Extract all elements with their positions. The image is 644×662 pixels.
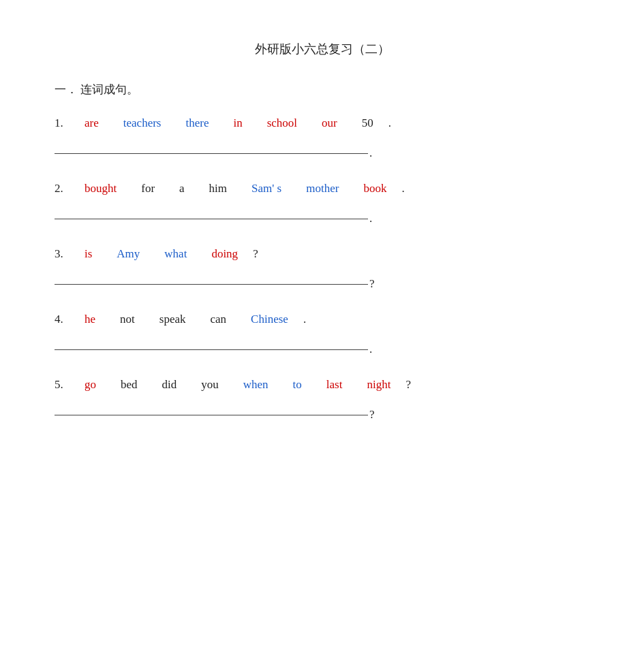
- word-1-1: teachers: [111, 116, 174, 130]
- word-4-4: Chinese: [239, 313, 301, 326]
- word-1-7: .: [386, 116, 394, 130]
- answer-punct-2: .: [369, 212, 372, 225]
- word-1-4: school: [255, 116, 309, 130]
- word-5-4: when: [231, 378, 281, 392]
- word-2-0: bought: [72, 182, 129, 195]
- section-header: 一． 连词成句。: [55, 82, 589, 97]
- word-2-2: a: [167, 182, 197, 195]
- word-4-2: speak: [147, 313, 198, 326]
- question-words-2: 2.boughtforahimSam' smotherbook.: [55, 182, 589, 195]
- question-words-3: 3.isAmywhatdoing?: [55, 247, 589, 261]
- word-2-5: mother: [294, 182, 351, 195]
- answer-line-4: [55, 349, 368, 350]
- word-2-3: him: [197, 182, 239, 195]
- question-block-4: 4.henotspeakcanChinese..: [55, 313, 589, 356]
- word-1-6: 50: [350, 116, 386, 130]
- word-4-3: can: [198, 313, 239, 326]
- answer-line-row-3: ?: [55, 277, 589, 291]
- answer-line-row-5: ?: [55, 408, 589, 422]
- word-1-0: are: [72, 116, 111, 130]
- question-number-2: 2.: [55, 182, 68, 195]
- question-number-1: 1.: [55, 116, 68, 130]
- answer-punct-4: .: [369, 343, 372, 356]
- word-5-1: bed: [108, 378, 150, 392]
- word-3-3: doing: [199, 247, 250, 261]
- question-words-5: 5.gobeddidyouwhentolastnight?: [55, 378, 589, 392]
- word-2-7: .: [399, 182, 407, 195]
- word-2-1: for: [129, 182, 167, 195]
- word-5-8: ?: [403, 378, 414, 392]
- word-5-0: go: [72, 378, 108, 392]
- answer-line-row-1: .: [55, 146, 589, 160]
- word-1-2: there: [173, 116, 221, 130]
- question-block-1: 1.areteachersthereinschoolour50..: [55, 116, 589, 160]
- question-number-3: 3.: [55, 247, 68, 261]
- answer-line-row-4: .: [55, 343, 589, 356]
- word-1-3: in: [221, 116, 254, 130]
- word-3-1: Amy: [104, 247, 152, 261]
- word-4-1: not: [108, 313, 147, 326]
- word-5-6: last: [314, 378, 355, 392]
- word-5-7: night: [354, 378, 403, 392]
- question-block-2: 2.boughtforahimSam' smotherbook..: [55, 182, 589, 225]
- question-words-1: 1.areteachersthereinschoolour50.: [55, 116, 589, 130]
- word-3-2: what: [152, 247, 199, 261]
- answer-punct-3: ?: [369, 277, 375, 291]
- word-1-5: our: [309, 116, 350, 130]
- question-number-5: 5.: [55, 378, 68, 392]
- answer-punct-5: ?: [369, 408, 375, 422]
- answer-line-row-2: .: [55, 212, 589, 225]
- answer-line-2: [55, 219, 368, 219]
- word-5-3: you: [189, 378, 231, 392]
- answer-line-5: [55, 415, 368, 415]
- word-4-0: he: [72, 313, 108, 326]
- answer-line-1: [55, 153, 368, 154]
- word-3-4: ?: [250, 247, 261, 261]
- question-block-5: 5.gobeddidyouwhentolastnight??: [55, 378, 589, 422]
- answer-line-3: [55, 284, 368, 285]
- word-3-0: is: [72, 247, 104, 261]
- question-block-3: 3.isAmywhatdoing??: [55, 247, 589, 291]
- word-2-6: book: [351, 182, 399, 195]
- question-number-4: 4.: [55, 313, 68, 326]
- word-2-4: Sam' s: [239, 182, 294, 195]
- question-words-4: 4.henotspeakcanChinese.: [55, 313, 589, 326]
- page-title: 外研版小六总复习（二）: [55, 41, 589, 57]
- word-4-5: .: [301, 313, 309, 326]
- word-5-2: did: [150, 378, 189, 392]
- word-5-5: to: [281, 378, 314, 392]
- answer-punct-1: .: [369, 146, 372, 160]
